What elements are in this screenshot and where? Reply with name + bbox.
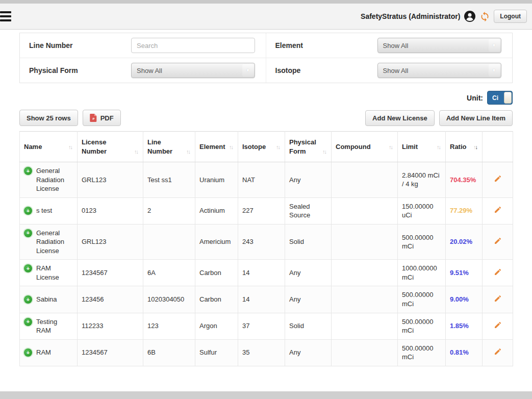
expand-row-icon[interactable]: + <box>24 167 32 175</box>
expand-row-icon[interactable]: + <box>24 207 32 215</box>
user-label: SafetyStratus (Administrator) <box>361 12 460 20</box>
license-number-cell: 112233 <box>78 313 143 339</box>
name-cell-text: General Radiation License <box>36 229 73 256</box>
column-header-limit[interactable]: Limit↑↓ <box>398 132 446 162</box>
column-header-ratio[interactable]: Ratio↑↓ <box>446 132 483 162</box>
compound-cell <box>332 286 398 313</box>
limit-cell: 1000.00000 mCi <box>398 260 446 286</box>
isotope-cell: 37 <box>238 313 285 339</box>
license-number-cell: 0123 <box>78 197 143 224</box>
column-header-compound[interactable]: Compound↑↓ <box>332 132 398 162</box>
physical-form-label: Physical Form <box>29 66 131 74</box>
ratio-cell: 704.35% <box>450 176 476 184</box>
column-header-name[interactable]: Name↑↓ <box>20 132 78 162</box>
license-number-cell: 1234567 <box>78 339 143 366</box>
app-window: SafetyStratus (Administrator) Logout Lin… <box>0 0 532 399</box>
logout-button[interactable]: Logout <box>494 10 527 23</box>
physical-form-cell: Solid <box>285 313 332 339</box>
sort-icon: ↑↓ <box>68 143 73 151</box>
name-cell-text: s test <box>36 206 52 215</box>
license-number-cell: GRL123 <box>78 224 143 260</box>
toggle-knob <box>504 92 512 104</box>
pdf-export-button[interactable]: P PDF <box>83 110 121 126</box>
isotope-select-value: Show All <box>383 67 409 74</box>
user-avatar-icon[interactable] <box>464 10 476 22</box>
physical-form-cell: Solid <box>285 224 332 260</box>
edit-pencil-icon[interactable] <box>494 321 502 329</box>
line-number-search-input[interactable] <box>131 38 255 53</box>
ratio-cell: 77.29% <box>450 207 472 214</box>
filter-line-number: Line Number <box>20 33 266 58</box>
physical-form-cell: Any <box>285 162 332 198</box>
limit-cell: 500.00000 mCi <box>398 224 446 260</box>
column-header-physical-form[interactable]: Physical Form↑↓ <box>285 132 332 162</box>
column-header-isotope[interactable]: Isotope↑↓ <box>238 132 285 162</box>
name-cell-text: General Radiation License <box>36 166 73 193</box>
edit-pencil-icon[interactable] <box>494 294 502 303</box>
limit-cell: 500.00000 mCi <box>398 313 446 339</box>
filter-isotope: Isotope Show All ▼ <box>266 58 513 83</box>
add-new-license-button[interactable]: Add New License <box>365 110 435 126</box>
physical-form-select[interactable]: Show All ▼ <box>131 63 255 78</box>
pdf-file-icon: P <box>90 114 97 122</box>
name-cell-text: Testing RAM <box>36 317 73 335</box>
add-new-line-item-button[interactable]: Add New Line Item <box>439 110 513 126</box>
refresh-icon[interactable] <box>479 11 490 22</box>
unit-label: Unit: <box>467 94 483 102</box>
expand-row-icon[interactable]: + <box>24 295 32 304</box>
main-content: Line Number Element Show All ▼ Physical … <box>0 30 532 391</box>
unit-row: Unit: Ci <box>19 91 513 105</box>
ratio-cell: 9.00% <box>450 295 469 303</box>
toolbar-right: Add New License Add New Line Item <box>365 110 513 126</box>
isotope-cell: NAT <box>238 162 285 198</box>
expand-row-icon[interactable]: + <box>24 264 32 272</box>
sort-icon: ↑↓ <box>229 143 234 151</box>
expand-row-icon[interactable]: + <box>24 318 32 326</box>
isotope-select[interactable]: Show All ▼ <box>377 63 501 78</box>
svg-text:P: P <box>92 117 94 120</box>
edit-pencil-icon[interactable] <box>494 206 502 214</box>
expand-row-icon[interactable]: + <box>24 229 32 237</box>
edit-pencil-icon[interactable] <box>494 174 502 183</box>
column-header-license-number[interactable]: License Number↑↓ <box>78 132 143 162</box>
physical-form-cell: Any <box>285 286 332 313</box>
line-number-cell <box>143 224 195 260</box>
sort-icon: ↑↓ <box>276 143 281 151</box>
element-cell: Americium <box>195 224 238 260</box>
toolbar: Show 25 rows P PDF Add New License Add N… <box>19 110 513 126</box>
limit-cell: 500.00000 mCi <box>398 339 446 366</box>
ratio-cell: 0.81% <box>450 348 469 356</box>
isotope-cell: 243 <box>238 224 285 260</box>
column-header-actions <box>483 132 513 162</box>
line-number-cell: 1020304050 <box>143 286 195 313</box>
chevron-down-icon: ▼ <box>489 64 500 77</box>
table-row: + Sabina 123456 1020304050 Carbon 14 Any… <box>20 286 513 313</box>
element-select[interactable]: Show All ▼ <box>377 38 501 53</box>
element-cell: Sulfur <box>195 339 238 366</box>
topbar-right: SafetyStratus (Administrator) Logout <box>361 10 527 23</box>
edit-pencil-icon[interactable] <box>494 268 502 276</box>
show-rows-button[interactable]: Show 25 rows <box>19 110 78 126</box>
element-cell: Carbon <box>195 260 238 286</box>
isotope-label: Isotope <box>275 66 377 74</box>
hamburger-menu-icon[interactable] <box>0 11 11 21</box>
table-row: + s test 0123 2 Actinium 227 Sealed Sour… <box>20 197 513 224</box>
compound-cell <box>332 260 398 286</box>
unit-toggle[interactable]: Ci <box>487 91 513 105</box>
limit-cell: 150.00000 uCi <box>398 197 446 224</box>
element-select-value: Show All <box>383 42 409 49</box>
line-number-cell: 6A <box>143 260 195 286</box>
table-row: + RAM 1234567 6B Sulfur 35 Any 500.00000… <box>20 339 513 366</box>
column-header-element[interactable]: Element↑↓ <box>195 132 238 162</box>
edit-pencil-icon[interactable] <box>494 237 502 245</box>
table-row: + RAM License 1234567 6A Carbon 14 Any 1… <box>20 260 513 286</box>
filter-physical-form: Physical Form Show All ▼ <box>20 58 266 83</box>
pdf-button-label: PDF <box>100 114 114 122</box>
unit-toggle-value: Ci <box>492 94 498 102</box>
edit-pencil-icon[interactable] <box>494 347 502 356</box>
element-cell: Actinium <box>195 197 238 224</box>
line-number-cell: Test ss1 <box>143 162 195 198</box>
window-top-edge <box>0 0 532 4</box>
expand-row-icon[interactable]: + <box>24 348 32 357</box>
column-header-line-number[interactable]: Line Number↑↓ <box>143 132 195 162</box>
